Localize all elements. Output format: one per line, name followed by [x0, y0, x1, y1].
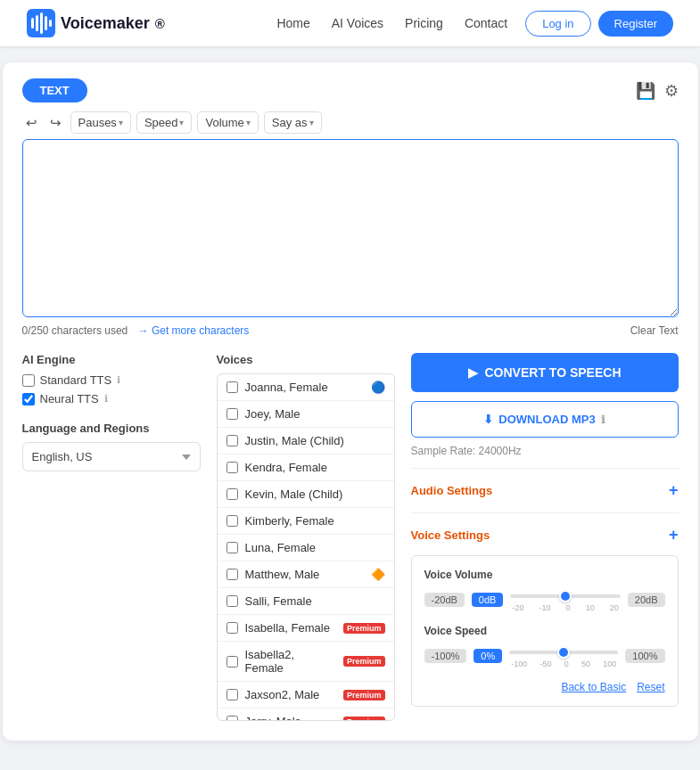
undo-button[interactable]: ↩ — [22, 113, 41, 133]
voice-name: Luna, Female — [245, 541, 385, 554]
voice-item[interactable]: Jaxson2, MalePremium — [218, 682, 394, 709]
get-more-link[interactable]: → Get more characters — [138, 324, 250, 337]
voice-item[interactable]: Isabella, FemalePremium — [218, 615, 394, 642]
ai-engine-label: AI Engine — [22, 353, 201, 366]
voice-item[interactable]: Justin, Male (Child) — [218, 428, 394, 455]
voice-name: Joey, Male — [245, 407, 385, 421]
nav-pricing[interactable]: Pricing — [405, 16, 443, 30]
voice-checkbox[interactable] — [226, 656, 238, 668]
bottom-section: AI Engine Standard TTS ℹ Neural TTS ℹ La… — [22, 353, 679, 721]
voice-speed-label: Voice Speed — [424, 625, 665, 637]
voice-checkbox[interactable] — [226, 716, 238, 720]
neural-tts-info-icon: ℹ — [104, 393, 108, 405]
voice-item[interactable]: Joanna, Female🔵 — [218, 374, 394, 401]
svg-rect-1 — [31, 18, 34, 29]
audio-settings-label: Audio Settings — [411, 484, 493, 497]
voice-item[interactable]: Luna, Female — [218, 535, 394, 561]
voice-item[interactable]: Kevin, Male (Child) — [218, 481, 394, 508]
voice-checkbox[interactable] — [226, 595, 238, 607]
voice-name: Kevin, Male (Child) — [245, 487, 385, 501]
save-icon-button[interactable]: 💾 — [636, 81, 655, 101]
voice-volume-slider[interactable] — [510, 594, 620, 598]
pauses-dropdown[interactable]: Pauses ▾ — [70, 111, 131, 134]
voice-volume-max: 20dB — [628, 593, 665, 607]
audio-settings-expand-icon: + — [669, 481, 679, 500]
voice-name: Kimberly, Female — [245, 514, 385, 528]
brand-tm: ® — [155, 16, 165, 31]
voice-name: Salli, Female — [245, 594, 385, 608]
voice-settings-section: Voice Settings + Voice Volume -20dB 0dB — [411, 512, 679, 716]
voice-speed-row: -100% 0% -100 -50 0 50 100 — [424, 643, 665, 668]
voice-speed-center: 0% — [474, 649, 502, 663]
voice-item[interactable]: Kendra, Female — [218, 455, 394, 481]
voice-item[interactable]: Matthew, Male🔶 — [218, 561, 394, 588]
voice-checkbox[interactable] — [226, 569, 238, 580]
reset-button[interactable]: Reset — [637, 681, 664, 693]
voice-settings-label: Voice Settings — [411, 528, 490, 542]
voices-label: Voices — [217, 353, 395, 366]
voice-badge-icon: 🔵 — [371, 381, 385, 394]
say-as-label: Say as — [272, 116, 308, 129]
voice-checkbox[interactable] — [226, 622, 238, 634]
speed-label: Speed — [144, 116, 178, 129]
play-icon: ▶ — [468, 365, 478, 380]
download-icon: ⬇ — [483, 413, 493, 426]
clear-text-button[interactable]: Clear Text — [630, 324, 679, 337]
voice-name: Isabella, Female — [245, 621, 336, 635]
neural-tts-checkbox[interactable] — [22, 393, 35, 405]
voice-item[interactable]: Salli, Female — [218, 588, 394, 615]
standard-tts-row: Standard TTS ℹ — [22, 373, 201, 387]
voice-item[interactable]: Joey, Male — [218, 401, 394, 428]
voice-checkbox[interactable] — [226, 462, 238, 473]
volume-dropdown[interactable]: Volume ▾ — [197, 111, 258, 134]
undo-icon: ↩ — [26, 115, 37, 130]
voice-checkbox[interactable] — [226, 488, 238, 500]
voice-volume-group: Voice Volume -20dB 0dB -20 -10 0 10 — [424, 569, 665, 612]
voice-settings-header[interactable]: Voice Settings + — [411, 522, 679, 548]
standard-tts-checkbox[interactable] — [22, 374, 35, 387]
voices-scroll[interactable]: Joanna, Female🔵Joey, MaleJustin, Male (C… — [218, 374, 394, 720]
volume-caret: ▾ — [246, 118, 251, 127]
pauses-caret: ▾ — [119, 118, 123, 127]
convert-button[interactable]: ▶ CONVERT TO SPEECH — [411, 353, 679, 392]
voice-speed-slider[interactable] — [509, 651, 618, 654]
premium-badge: Premium — [343, 690, 385, 700]
voice-speed-group: Voice Speed -100% 0% -100 -50 0 50 — [424, 625, 665, 668]
voice-name: Matthew, Male — [245, 568, 364, 581]
nav-contact[interactable]: Contact — [465, 16, 507, 30]
audio-settings-header[interactable]: Audio Settings + — [411, 478, 679, 504]
download-button[interactable]: ⬇ DOWNLOAD MP3 ℹ — [411, 401, 679, 438]
voice-volume-label: Voice Volume — [424, 569, 665, 581]
voices-list-wrapper: Joanna, Female🔵Joey, MaleJustin, Male (C… — [217, 373, 395, 721]
nav-links: Home AI Voices Pricing Contact — [276, 16, 507, 30]
voice-checkbox[interactable] — [226, 435, 238, 446]
voice-badge-icon: 🔶 — [371, 568, 385, 581]
nav-ai-voices[interactable]: AI Voices — [332, 16, 383, 30]
main-container: TEXT 💾 ⚙ ↩ ↪ Pauses ▾ Speed ▾ Volume ▾ — [3, 62, 698, 741]
voice-item[interactable]: Isabella2, FemalePremium — [218, 642, 394, 682]
voice-checkbox[interactable] — [226, 408, 238, 420]
voice-item[interactable]: Kimberly, Female — [218, 508, 394, 535]
text-editor[interactable] — [22, 139, 679, 317]
language-select[interactable]: English, US — [22, 442, 201, 471]
voice-name: Jaxson2, Male — [245, 688, 336, 701]
voice-checkbox[interactable] — [226, 515, 238, 527]
settings-icon-button[interactable]: ⚙ — [664, 81, 679, 101]
brand-logo: Voicemaker® — [27, 9, 165, 37]
navbar: Voicemaker® Home AI Voices Pricing Conta… — [0, 0, 700, 46]
register-button[interactable]: Register — [598, 11, 673, 37]
voice-item[interactable]: Jerry, MalePremium — [218, 709, 394, 720]
speed-dropdown[interactable]: Speed ▾ — [136, 111, 193, 134]
nav-home[interactable]: Home — [276, 16, 309, 30]
text-tab-button[interactable]: TEXT — [22, 78, 87, 102]
say-as-dropdown[interactable]: Say as ▾ — [264, 111, 322, 134]
voice-checkbox[interactable] — [226, 689, 238, 700]
voice-checkbox[interactable] — [226, 381, 238, 393]
back-to-basic-button[interactable]: Back to Basic — [561, 681, 626, 693]
voice-speed-min: -100% — [424, 649, 467, 663]
redo-button[interactable]: ↪ — [46, 113, 65, 133]
login-button[interactable]: Log in — [525, 11, 590, 37]
text-section-header: TEXT 💾 ⚙ — [22, 78, 679, 102]
neural-tts-row: Neural TTS ℹ — [22, 392, 201, 405]
voice-checkbox[interactable] — [226, 542, 238, 553]
